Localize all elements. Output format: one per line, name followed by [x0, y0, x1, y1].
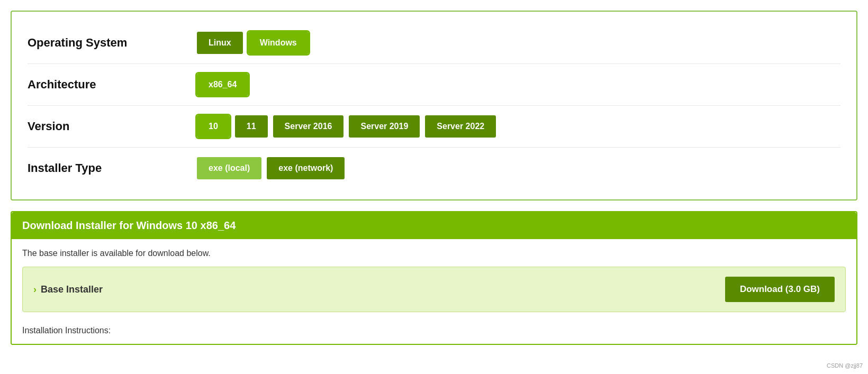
installer-exe-network-button[interactable]: exe (network): [267, 157, 345, 179]
version-row: Version 10 11 Server 2016 Server 2019 Se…: [28, 106, 840, 148]
download-description: The base installer is available for down…: [22, 249, 846, 258]
version-server-2016-button[interactable]: Server 2016: [273, 115, 344, 138]
os-windows-button[interactable]: Windows: [248, 32, 309, 54]
version-label: Version: [28, 120, 197, 133]
os-label: Operating System: [28, 36, 197, 50]
arch-label: Architecture: [28, 78, 197, 92]
chevron-right-icon: ›: [33, 284, 37, 295]
installer-row: › Base Installer Download (3.0 GB): [22, 267, 846, 312]
installer-exe-local-button[interactable]: exe (local): [197, 157, 261, 179]
installer-type-label: Installer Type: [28, 161, 197, 175]
arch-row: Architecture x86_64: [28, 64, 840, 106]
download-body: The base installer is available for down…: [12, 239, 856, 344]
arch-x86_64-button[interactable]: x86_64: [197, 74, 248, 96]
version-server-2019-button[interactable]: Server 2019: [349, 115, 420, 138]
version-server-2022-button[interactable]: Server 2022: [425, 115, 496, 138]
installer-type-buttons: exe (local) exe (network): [197, 157, 345, 179]
installation-instructions: Installation Instructions:: [22, 321, 846, 344]
os-buttons: Linux Windows: [197, 32, 309, 54]
os-linux-button[interactable]: Linux: [197, 32, 243, 54]
arch-buttons: x86_64: [197, 74, 248, 96]
installer-label: › Base Installer: [33, 284, 103, 295]
download-header: Download Installer for Windows 10 x86_64: [12, 212, 856, 239]
version-11-button[interactable]: 11: [235, 115, 268, 138]
version-10-button[interactable]: 10: [197, 115, 230, 138]
selector-panel: Operating System Linux Windows Architect…: [11, 11, 857, 200]
os-row: Operating System Linux Windows: [28, 22, 840, 64]
download-button[interactable]: Download (3.0 GB): [725, 277, 835, 302]
download-section: Download Installer for Windows 10 x86_64…: [11, 211, 857, 345]
installer-type-row: Installer Type exe (local) exe (network): [28, 148, 840, 189]
version-buttons: 10 11 Server 2016 Server 2019 Server 202…: [197, 115, 496, 138]
